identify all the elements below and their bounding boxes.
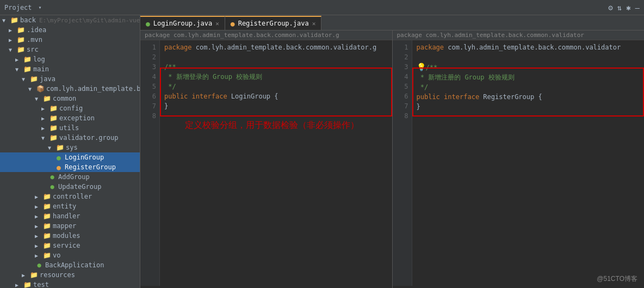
tree-item-sys[interactable]: ▼ 📁 sys	[0, 143, 140, 152]
editor-pane-right: package com.lyh.admin_template.back.comm…	[392, 30, 645, 288]
folder-icon-mvn: 📁	[16, 35, 25, 44]
tree-label-vo: vo	[53, 252, 60, 259]
path-text-left: package com.lyh.admin_template.back.comm…	[145, 32, 339, 39]
folder-icon-exception: 📁	[49, 114, 58, 122]
arrow-controller: ▶	[35, 193, 42, 200]
tree-label-java: java	[40, 75, 55, 83]
folder-icon-main: 📁	[23, 65, 32, 73]
tree-item-mvn[interactable]: ▶ 📁 .mvn	[0, 35, 140, 45]
arrow-java: ▼	[22, 75, 29, 83]
tree-item-resources[interactable]: ▶ 📁 resources	[0, 270, 140, 280]
tree-item-RegisterGroup[interactable]: ● RegisterGroup	[0, 162, 140, 172]
arrow-log: ▶	[15, 56, 23, 63]
tree-item-config[interactable]: ▶ 📁 config	[0, 103, 140, 113]
tab-close-RegisterGroup[interactable]: ✕	[312, 20, 316, 27]
folder-icon-sys: 📁	[55, 143, 64, 152]
editor-path-left: package com.lyh.admin_template.back.comm…	[140, 30, 392, 40]
tree-item-mapper[interactable]: ▶ 📁 mapper	[0, 221, 140, 231]
tab-icon-RegisterGroup: ●	[231, 20, 235, 28]
tab-label-LoginGroup: LoginGroup.java	[153, 20, 212, 27]
arrow-src: ▼	[9, 46, 16, 53]
tree-item-modules[interactable]: ▶ 📁 modules	[0, 231, 140, 241]
arrow-service: ▶	[35, 242, 42, 249]
folder-icon-config: 📁	[49, 104, 58, 113]
top-bar-icons: ⚙ ⇅ ✱ —	[608, 3, 640, 12]
folder-icon-handler: 📁	[42, 212, 51, 220]
arrow-sys: ▼	[48, 144, 55, 151]
tree-item-LoginGroup[interactable]: ● LoginGroup	[0, 152, 140, 162]
arrow-config: ▶	[41, 105, 49, 112]
arrow-back: ▼	[2, 16, 10, 24]
dropdown-arrow[interactable]: ▾	[39, 4, 42, 10]
java-icon-UpdateGroup: ●	[48, 182, 57, 191]
tab-close-LoginGroup[interactable]: ✕	[215, 20, 219, 27]
code-content-right[interactable]: package com.lyh.admin_template.back.comm…	[412, 40, 645, 286]
tree-item-service[interactable]: ▶ 📁 service	[0, 241, 140, 250]
folder-icon-modules: 📁	[42, 231, 51, 240]
arrow-exception: ▶	[41, 114, 49, 122]
tree-item-idea[interactable]: ▶ 📁 .idea	[0, 25, 140, 35]
line-numbers-right: 12345678	[393, 40, 412, 286]
tree-item-AddGroup[interactable]: ● AddGroup	[0, 172, 140, 182]
arrow-main: ▼	[15, 65, 23, 73]
tree-item-controller[interactable]: ▶ 📁 controller	[0, 192, 140, 201]
tree-label-RegisterGroup: RegisterGroup	[65, 163, 116, 171]
tree-item-entity[interactable]: ▶ 📁 entity	[0, 201, 140, 211]
tree-item-validator[interactable]: ▼ 📁 validator.group	[0, 133, 140, 143]
tree-item-BackApplication[interactable]: ● BackApplication	[0, 260, 140, 270]
folder-icon-common: 📁	[42, 94, 51, 103]
editor-area: ● LoginGroup.java ✕ ● RegisterGroup.java…	[140, 15, 644, 288]
tree-item-com[interactable]: ▼ 📦 com.lyh.admin_template.back	[0, 84, 140, 94]
package-icon-com: 📦	[36, 84, 45, 93]
folder-icon-resources: 📁	[29, 271, 38, 279]
java-icon-RegisterGroup: ●	[54, 163, 63, 171]
folder-icon-test: 📁	[23, 280, 32, 288]
tree-label-service: service	[53, 242, 81, 249]
code-area-left[interactable]: 12345678 package com.lyh.admin_template.…	[140, 40, 392, 286]
tab-RegisterGroup[interactable]: ● RegisterGroup.java ✕	[225, 16, 322, 30]
arrow-common: ▼	[35, 95, 42, 102]
tree-item-src[interactable]: ▼ 📁 src	[0, 45, 140, 54]
top-bar: Project ▾ ⚙ ⇅ ✱ —	[0, 0, 644, 15]
project-title[interactable]: Project	[4, 4, 32, 11]
folder-icon-mapper: 📁	[42, 222, 51, 230]
tree-item-handler[interactable]: ▶ 📁 handler	[0, 211, 140, 221]
tree-item-vo[interactable]: ▶ 📁 vo	[0, 250, 140, 260]
editor-path-right: package com.lyh.admin_template.back.comm…	[393, 30, 645, 40]
tree-label-com: com.lyh.admin_template.back	[46, 85, 140, 93]
code-content-left[interactable]: package com.lyh.admin_template.back.comm…	[160, 40, 392, 286]
tree-item-utils[interactable]: ▶ 📁 utils	[0, 123, 140, 133]
arrow-handler: ▶	[35, 212, 42, 220]
java-icon-BackApplication: ●	[35, 261, 44, 269]
tree-item-common[interactable]: ▼ 📁 common	[0, 94, 140, 103]
tree-item-log[interactable]: ▶ 📁 log	[0, 54, 140, 64]
sort-icon[interactable]: ⇅	[617, 3, 622, 12]
arrow-mapper: ▶	[35, 222, 42, 230]
tree-item-test[interactable]: ▶ 📁 test	[0, 280, 140, 288]
tree-item-back[interactable]: ▼ 📁 back E:\myProject\myGit\admin-vue-te…	[0, 15, 140, 25]
arrow-mvn: ▶	[9, 36, 16, 44]
folder-icon-vo: 📁	[42, 251, 51, 260]
tree-item-main[interactable]: ▼ 📁 main	[0, 64, 140, 74]
tab-bar: ● LoginGroup.java ✕ ● RegisterGroup.java…	[140, 15, 644, 30]
java-icon-LoginGroup: ●	[54, 153, 63, 162]
minimize-icon[interactable]: —	[635, 3, 640, 12]
tab-label-RegisterGroup: RegisterGroup.java	[238, 20, 309, 27]
folder-icon-idea: 📁	[16, 26, 25, 34]
code-area-right[interactable]: 12345678 package com.lyh.admin_template.…	[393, 40, 645, 286]
gear-icon[interactable]: ⚙	[608, 3, 612, 12]
tree-item-UpdateGroup[interactable]: ● UpdateGroup	[0, 182, 140, 192]
tree-label-AddGroup: AddGroup	[58, 173, 90, 181]
main-layout: ▼ 📁 back E:\myProject\myGit\admin-vue-te…	[0, 15, 644, 288]
watermark: @51CTO博客	[597, 274, 637, 284]
tab-LoginGroup[interactable]: ● LoginGroup.java ✕	[140, 16, 225, 30]
tree-label-BackApplication: BackApplication	[45, 261, 104, 269]
folder-icon-validator: 📁	[49, 133, 58, 142]
settings-icon[interactable]: ✱	[626, 3, 630, 12]
tree-item-exception[interactable]: ▶ 📁 exception	[0, 113, 140, 123]
tree-item-java[interactable]: ▼ 📁 java	[0, 74, 140, 84]
sidebar: ▼ 📁 back E:\myProject\myGit\admin-vue-te…	[0, 15, 140, 288]
folder-icon-service: 📁	[42, 241, 51, 250]
tree-label-handler: handler	[53, 212, 81, 220]
folder-icon-back: 📁	[10, 16, 18, 24]
